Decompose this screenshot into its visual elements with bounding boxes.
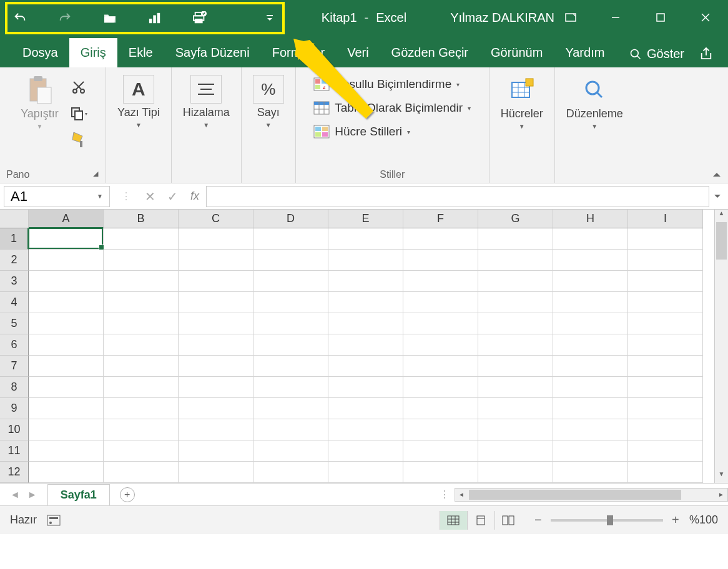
cell[interactable]: [104, 398, 179, 419]
cell[interactable]: [553, 398, 628, 419]
cell[interactable]: [179, 398, 253, 419]
row-header-2[interactable]: 2: [0, 250, 29, 271]
row-header-4[interactable]: 4: [0, 292, 29, 313]
cell[interactable]: [104, 250, 179, 271]
cell[interactable]: [104, 228, 179, 250]
cell[interactable]: [29, 250, 104, 271]
cell[interactable]: [253, 334, 328, 356]
tab-view[interactable]: Görünüm: [480, 38, 554, 67]
row-header-12[interactable]: 12: [0, 462, 29, 483]
cell[interactable]: [478, 250, 553, 271]
cell[interactable]: [253, 419, 328, 440]
cell[interactable]: [403, 377, 478, 398]
row-header-3[interactable]: 3: [0, 271, 29, 292]
tab-home[interactable]: Giriş: [69, 38, 117, 67]
tab-review[interactable]: Gözden Geçir: [380, 38, 480, 67]
cell[interactable]: [253, 292, 328, 313]
cell[interactable]: [29, 228, 104, 250]
collapse-ribbon-button[interactable]: [712, 170, 722, 178]
cell[interactable]: [628, 356, 703, 377]
copy-button[interactable]: ▾: [67, 102, 90, 125]
cell[interactable]: [628, 462, 703, 483]
zoom-in-button[interactable]: +: [669, 513, 682, 527]
cell[interactable]: [253, 313, 328, 334]
cell[interactable]: [253, 271, 328, 292]
cell[interactable]: [478, 440, 553, 462]
cell[interactable]: [403, 440, 478, 462]
zoom-out-button[interactable]: −: [532, 513, 544, 527]
cell[interactable]: [403, 398, 478, 419]
cell[interactable]: [179, 356, 253, 377]
row-header-6[interactable]: 6: [0, 334, 29, 356]
cancel-formula-button[interactable]: ✕: [139, 189, 161, 204]
cell[interactable]: [628, 313, 703, 334]
cell[interactable]: [179, 250, 253, 271]
cell[interactable]: [478, 419, 553, 440]
cell[interactable]: [478, 334, 553, 356]
cell[interactable]: [179, 462, 253, 483]
tell-me-search[interactable]: Göster: [623, 41, 691, 67]
cell[interactable]: [29, 313, 104, 334]
cell-styles-button[interactable]: Hücre Stilleri▾: [311, 120, 473, 143]
column-header-B[interactable]: B: [104, 210, 179, 228]
horizontal-scrollbar[interactable]: ◄ ►: [455, 488, 728, 502]
cell[interactable]: [403, 356, 478, 377]
cell[interactable]: [104, 356, 179, 377]
cell[interactable]: [478, 377, 553, 398]
column-header-D[interactable]: D: [253, 210, 328, 228]
cell[interactable]: [29, 271, 104, 292]
quick-print-icon[interactable]: [192, 11, 207, 26]
cell[interactable]: [328, 462, 403, 483]
cell[interactable]: [179, 334, 253, 356]
cell[interactable]: [478, 271, 553, 292]
tab-page-layout[interactable]: Sayfa Düzeni: [164, 38, 261, 67]
cell[interactable]: [179, 271, 253, 292]
column-header-F[interactable]: F: [403, 210, 478, 228]
cell[interactable]: [328, 292, 403, 313]
cell[interactable]: [628, 419, 703, 440]
format-as-table-button[interactable]: Tablo Olarak Biçimlendir▾: [311, 96, 473, 120]
cell[interactable]: [29, 462, 104, 483]
cell[interactable]: [253, 228, 328, 250]
zoom-level[interactable]: %100: [689, 513, 718, 527]
cell[interactable]: [628, 228, 703, 250]
cell[interactable]: [104, 271, 179, 292]
column-header-C[interactable]: C: [179, 210, 253, 228]
cell[interactable]: [29, 377, 104, 398]
cell[interactable]: [403, 462, 478, 483]
cell[interactable]: [179, 228, 253, 250]
row-header-7[interactable]: 7: [0, 356, 29, 377]
formula-input[interactable]: [206, 186, 709, 207]
row-header-8[interactable]: 8: [0, 377, 29, 398]
column-header-G[interactable]: G: [478, 210, 553, 228]
column-header-H[interactable]: H: [553, 210, 628, 228]
cell[interactable]: [553, 313, 628, 334]
undo-button[interactable]: [12, 11, 27, 26]
cell[interactable]: [628, 377, 703, 398]
chart-icon[interactable]: [147, 11, 162, 26]
cell[interactable]: [553, 440, 628, 462]
row-header-1[interactable]: 1: [0, 228, 29, 250]
cell[interactable]: [179, 440, 253, 462]
cell[interactable]: [328, 334, 403, 356]
select-all-corner[interactable]: [0, 210, 29, 228]
cell[interactable]: [478, 398, 553, 419]
cell[interactable]: [328, 419, 403, 440]
column-header-A[interactable]: A: [29, 210, 104, 228]
column-header-E[interactable]: E: [328, 210, 403, 228]
cell[interactable]: [328, 398, 403, 419]
cell[interactable]: [628, 334, 703, 356]
cell[interactable]: [553, 228, 628, 250]
cell[interactable]: [553, 292, 628, 313]
expand-formula-bar[interactable]: [713, 193, 728, 200]
cell[interactable]: [104, 313, 179, 334]
zoom-slider[interactable]: − +: [532, 513, 682, 527]
cell[interactable]: [29, 356, 104, 377]
cell[interactable]: [253, 398, 328, 419]
cell[interactable]: [328, 250, 403, 271]
page-layout-view-button[interactable]: [467, 511, 494, 530]
cell[interactable]: [328, 356, 403, 377]
maximize-button[interactable]: [638, 0, 683, 35]
cell[interactable]: [478, 228, 553, 250]
cell[interactable]: [104, 419, 179, 440]
